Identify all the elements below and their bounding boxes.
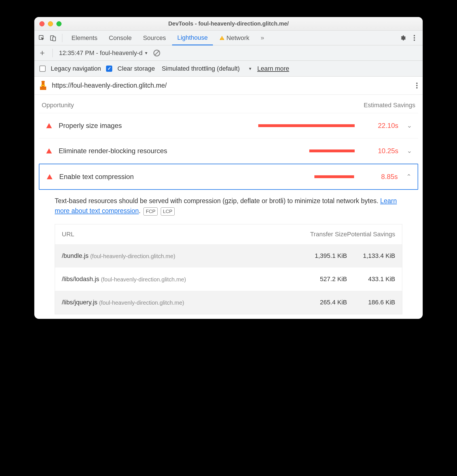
resource-table: URL Transfer Size Potential Savings /bun… bbox=[55, 224, 402, 314]
opportunity-label: Properly size images bbox=[59, 122, 122, 130]
opportunity-label: Enable text compression bbox=[59, 173, 134, 181]
new-report-button[interactable]: + bbox=[38, 48, 46, 58]
lighthouse-toolbar: + 12:35:47 PM - foul-heavenly-d ▼ bbox=[34, 45, 423, 61]
tab-elements[interactable]: Elements bbox=[66, 31, 103, 45]
fail-triangle-icon bbox=[46, 148, 52, 153]
zoom-window-button[interactable] bbox=[56, 21, 62, 26]
savings-bar-area bbox=[141, 175, 360, 178]
throttling-label: Simulated throttling (default) bbox=[162, 65, 240, 72]
fcp-badge: FCP bbox=[143, 207, 158, 216]
lcp-badge: LCP bbox=[161, 207, 175, 216]
cell-url: /libs/jquery.js(foul-heavenly-direction.… bbox=[62, 299, 299, 306]
tab-sources[interactable]: Sources bbox=[138, 31, 171, 45]
savings-value: 10.25s bbox=[367, 147, 398, 155]
throttling-caret-icon[interactable]: ▼ bbox=[248, 66, 252, 71]
tab-sources-label: Sources bbox=[143, 34, 166, 42]
opportunities-header-row: Opportunity Estimated Savings bbox=[39, 95, 418, 113]
savings-header: Estimated Savings bbox=[364, 102, 415, 109]
devtools-menu-button[interactable] bbox=[409, 33, 419, 43]
separator bbox=[62, 34, 62, 42]
table-row: /libs/lodash.js(foul-heavenly-direction.… bbox=[55, 268, 402, 291]
table-header-row: URL Transfer Size Potential Savings bbox=[55, 224, 402, 244]
resource-host: (foul-heavenly-direction.glitch.me) bbox=[101, 276, 186, 283]
caret-down-icon: ▼ bbox=[144, 51, 148, 55]
cell-transfer-size: 1,395.1 KiB bbox=[299, 252, 347, 260]
table-row: /libs/jquery.js(foul-heavenly-direction.… bbox=[55, 291, 402, 314]
opportunity-label: Eliminate render-blocking resources bbox=[59, 147, 167, 155]
tab-network[interactable]: Network bbox=[214, 31, 255, 45]
fail-triangle-icon bbox=[46, 123, 52, 128]
opportunity-header: Opportunity bbox=[42, 102, 74, 109]
cell-potential-savings: 433.1 KiB bbox=[347, 275, 395, 283]
settings-button[interactable] bbox=[398, 33, 408, 43]
svg-rect-3 bbox=[222, 37, 222, 38]
inspect-element-icon[interactable] bbox=[37, 33, 47, 43]
kebab-menu-icon bbox=[414, 35, 415, 41]
separator bbox=[52, 49, 53, 57]
report-selector-label: 12:35:47 PM - foul-heavenly-d bbox=[59, 49, 143, 57]
gear-icon bbox=[400, 35, 406, 41]
minimize-window-button[interactable] bbox=[48, 21, 53, 26]
report-menu-button[interactable] bbox=[416, 83, 418, 89]
clear-storage-label: Clear storage bbox=[117, 65, 155, 72]
learn-more-link[interactable]: Learn more bbox=[257, 65, 289, 72]
opportunity-detail: Text-based resources should be served wi… bbox=[39, 190, 418, 216]
opportunity-row[interactable]: Enable text compression8.85s⌃ bbox=[39, 164, 418, 190]
tab-console[interactable]: Console bbox=[104, 31, 137, 45]
devtools-window: DevTools - foul-heavenly-direction.glitc… bbox=[34, 17, 423, 319]
lighthouse-logo-icon bbox=[39, 81, 47, 90]
svg-rect-2 bbox=[53, 37, 56, 41]
svg-rect-4 bbox=[222, 39, 222, 39]
savings-bar bbox=[309, 149, 355, 152]
cell-transfer-size: 527.2 KiB bbox=[299, 275, 347, 283]
report-url: https://foul-heavenly-direction.glitch.m… bbox=[52, 82, 167, 89]
chevron-up-icon[interactable]: ⌃ bbox=[405, 173, 413, 180]
tab-lighthouse[interactable]: Lighthouse bbox=[172, 31, 213, 45]
col-transfer-size-header: Transfer Size bbox=[299, 231, 347, 238]
report-url-row: https://foul-heavenly-direction.glitch.m… bbox=[34, 77, 423, 95]
table-row: /bundle.js(foul-heavenly-direction.glitc… bbox=[55, 244, 402, 268]
clear-all-button[interactable] bbox=[153, 50, 160, 56]
clear-storage-checkbox[interactable] bbox=[106, 66, 112, 72]
savings-bar bbox=[258, 124, 355, 127]
resource-path: /libs/jquery.js bbox=[62, 299, 98, 306]
col-url-header: URL bbox=[62, 231, 299, 238]
close-window-button[interactable] bbox=[39, 21, 45, 26]
fail-triangle-icon bbox=[47, 174, 52, 179]
warning-icon bbox=[219, 35, 225, 41]
detail-text: Text-based resources should be served wi… bbox=[55, 197, 380, 205]
cell-transfer-size: 265.4 KiB bbox=[299, 299, 347, 306]
tab-lighthouse-label: Lighthouse bbox=[177, 34, 208, 41]
device-toolbar-icon[interactable] bbox=[48, 33, 58, 43]
devtools-tabbar: Elements Console Sources Lighthouse Netw… bbox=[34, 31, 423, 45]
resource-host: (foul-heavenly-direction.glitch.me) bbox=[99, 300, 184, 306]
legacy-navigation-checkbox[interactable] bbox=[39, 66, 46, 72]
window-title: DevTools - foul-heavenly-direction.glitc… bbox=[168, 20, 289, 27]
chevron-down-icon[interactable]: ⌄ bbox=[405, 147, 414, 155]
chevron-down-icon[interactable]: ⌄ bbox=[405, 122, 414, 129]
resource-host: (foul-heavenly-direction.glitch.me) bbox=[90, 253, 175, 260]
detail-period: . bbox=[139, 207, 141, 214]
resource-path: /bundle.js bbox=[62, 252, 88, 260]
chevron-double-right-icon: » bbox=[261, 34, 264, 42]
col-potential-savings-header: Potential Savings bbox=[347, 231, 395, 238]
savings-value: 22.10s bbox=[367, 122, 398, 130]
opportunities-panel: Opportunity Estimated Savings Properly s… bbox=[34, 95, 423, 319]
resource-path: /libs/lodash.js bbox=[62, 275, 99, 283]
tab-elements-label: Elements bbox=[71, 34, 98, 42]
opportunity-row[interactable]: Properly size images22.10s⌄ bbox=[39, 113, 418, 138]
tab-network-label: Network bbox=[227, 34, 249, 42]
savings-bar-area bbox=[174, 149, 360, 152]
cell-potential-savings: 186.6 KiB bbox=[347, 299, 395, 306]
opportunity-row[interactable]: Eliminate render-blocking resources10.25… bbox=[39, 138, 418, 164]
report-selector[interactable]: 12:35:47 PM - foul-heavenly-d ▼ bbox=[59, 49, 148, 57]
cell-url: /bundle.js(foul-heavenly-direction.glitc… bbox=[62, 252, 299, 260]
tab-console-label: Console bbox=[109, 34, 132, 42]
savings-bar bbox=[314, 175, 354, 178]
cell-url: /libs/lodash.js(foul-heavenly-direction.… bbox=[62, 275, 299, 283]
lighthouse-options-bar: Legacy navigation Clear storage Simulate… bbox=[34, 61, 423, 77]
traffic-lights bbox=[39, 21, 62, 26]
savings-value: 8.85s bbox=[367, 173, 398, 181]
titlebar: DevTools - foul-heavenly-direction.glitc… bbox=[34, 17, 423, 31]
more-tabs-button[interactable]: » bbox=[256, 31, 269, 45]
